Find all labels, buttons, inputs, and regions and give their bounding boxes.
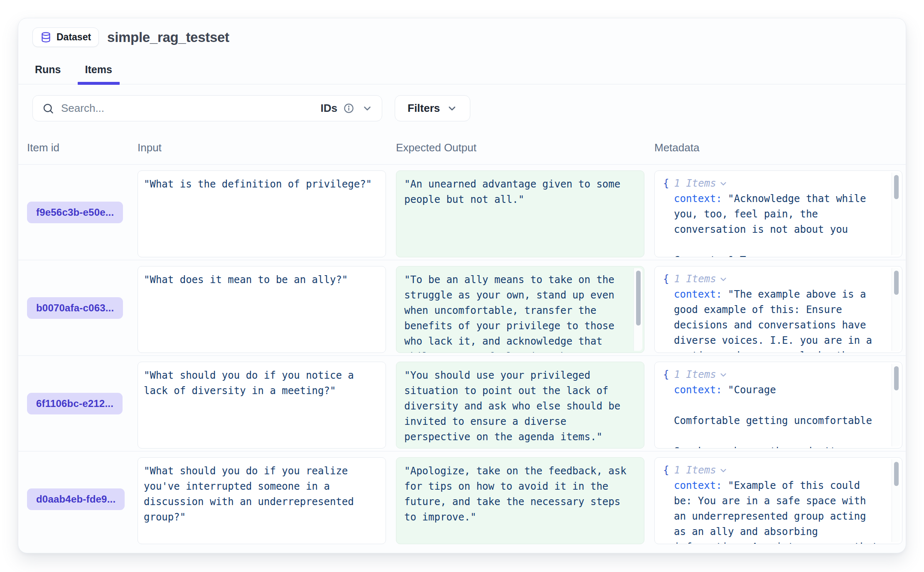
column-header-expected-output: Expected Output [396,141,654,154]
metadata-collapse-toggle[interactable]: {1 Items [663,176,882,191]
scrollbar-thumb[interactable] [894,366,899,390]
metadata-scrollbar[interactable] [892,459,900,542]
column-header-input: Input [138,141,396,154]
table-row: 6f1106bc-e212... "What should you do if … [18,356,906,451]
metadata-collapse-toggle[interactable]: {1 Items [663,271,882,287]
input-text: "What is the definition of privilege?" [144,178,372,190]
scrollbar-thumb[interactable] [894,271,899,295]
chevron-down-icon [719,275,728,284]
chevron-down-icon [719,179,728,188]
json-key: context: [674,384,722,396]
metadata-cell: {1 Items context: "Acknowledge that whil… [654,170,902,257]
item-id-badge[interactable]: 6f1106bc-e212... [27,393,123,414]
chevron-down-icon [447,103,457,114]
expected-output-cell: "Apologize, take on the feedback, ask fo… [396,457,644,544]
input-cell: "What should you do if you realize you'v… [138,457,386,544]
input-text: "What should you do if you notice a lack… [144,370,360,397]
metadata-items-count: 1 Items [674,367,716,382]
metadata-scrollbar[interactable] [892,364,900,446]
input-text: "What should you do if you realize you'v… [144,465,360,523]
json-key: context: [674,193,722,205]
info-icon[interactable] [343,103,354,114]
input-cell: "What does it mean to be an ally?" [138,266,386,353]
filters-button[interactable]: Filters [395,95,470,121]
tab-items[interactable]: Items [84,64,114,84]
input-cell: "What is the definition of privilege?" [138,170,386,257]
metadata-scrollbar[interactable] [892,268,900,351]
expected-output-text: "To be an ally means to take on the stru… [404,274,620,353]
dataset-chip: Dataset [32,27,99,47]
dataset-chip-label: Dataset [57,32,91,43]
filters-button-label: Filters [408,102,440,115]
metadata-json: context: "Courage Comfortable getting un… [663,382,882,449]
tab-runs[interactable]: Runs [33,64,63,84]
json-key: context: [674,480,722,491]
expected-output-text: "An unearned advantage given to some peo… [404,178,627,205]
dataset-card: Dataset simple_rag_testset Runs Items Se… [18,18,906,553]
page-header: Dataset simple_rag_testset [32,27,889,47]
metadata-collapse-toggle[interactable]: {1 Items [663,367,882,382]
database-icon [40,32,52,43]
item-id-badge[interactable]: b0070afa-c063... [27,297,123,319]
metadata-cell: {1 Items context: "Example of this could… [654,457,902,544]
expected-scrollbar[interactable] [634,268,642,351]
table-row: b0070afa-c063... "What does it mean to b… [18,260,906,356]
json-brace: { [663,271,669,287]
chevron-down-icon [362,103,373,114]
json-key: context: [674,288,722,300]
page-title: simple_rag_testset [107,30,229,45]
search-mode-selector[interactable]: IDs [321,102,337,115]
toolbar: Search... IDs Filters [32,95,906,121]
scrollbar-thumb[interactable] [894,175,899,199]
chevron-down-icon [719,466,728,475]
scrollbar-thumb[interactable] [894,462,899,486]
column-header-item-id: Item id [27,141,138,154]
item-id-cell: 6f1106bc-e212... [27,356,138,451]
metadata-items-count: 1 Items [674,463,716,478]
table-row: f9e56c3b-e50e... "What is the definition… [18,165,906,260]
metadata-items-count: 1 Items [674,176,716,191]
expected-output-cell: "To be an ally means to take on the stru… [396,266,644,353]
table-body: f9e56c3b-e50e... "What is the definition… [18,165,906,547]
expected-output-text: "You should use your privileged situatio… [404,370,627,443]
metadata-json: context: "The example above is a good ex… [663,287,882,353]
expected-output-text: "Apologize, take on the feedback, ask fo… [404,465,632,523]
expected-output-cell: "An unearned advantage given to some peo… [396,170,644,257]
item-id-cell: d0aab4eb-fde9... [27,451,138,547]
metadata-scrollbar[interactable] [892,173,900,255]
search-icon [42,102,54,115]
json-brace: { [663,176,669,191]
column-header-metadata: Metadata [654,141,906,154]
metadata-cell: {1 Items context: "Courage Comfortable g… [654,362,902,449]
metadata-collapse-toggle[interactable]: {1 Items [663,463,882,478]
tab-bar: Runs Items [18,64,906,84]
item-id-cell: b0070afa-c063... [27,260,138,355]
expected-output-cell: "You should use your privileged situatio… [396,362,644,449]
metadata-cell: {1 Items context: "The example above is … [654,266,902,353]
scrollbar-thumb[interactable] [636,271,641,325]
input-cell: "What should you do if you notice a lack… [138,362,386,449]
search-placeholder: Search... [61,102,321,115]
chevron-down-icon [719,370,728,380]
item-id-badge[interactable]: d0aab4eb-fde9... [27,488,125,510]
item-id-badge[interactable]: f9e56c3b-e50e... [27,202,123,223]
metadata-json: context: "Acknowledge that while you, to… [663,191,882,257]
json-brace: { [663,463,669,478]
table-row: d0aab4eb-fde9... "What should you do if … [18,451,906,547]
table-header: Item id Input Expected Output Metadata [18,141,906,165]
json-brace: { [663,367,669,382]
metadata-json: context: "Example of this could be: You … [663,478,882,544]
search-input[interactable]: Search... IDs [32,95,382,121]
item-id-cell: f9e56c3b-e50e... [27,165,138,260]
metadata-items-count: 1 Items [674,271,716,287]
input-text: "What does it mean to be an ally?" [144,274,348,286]
